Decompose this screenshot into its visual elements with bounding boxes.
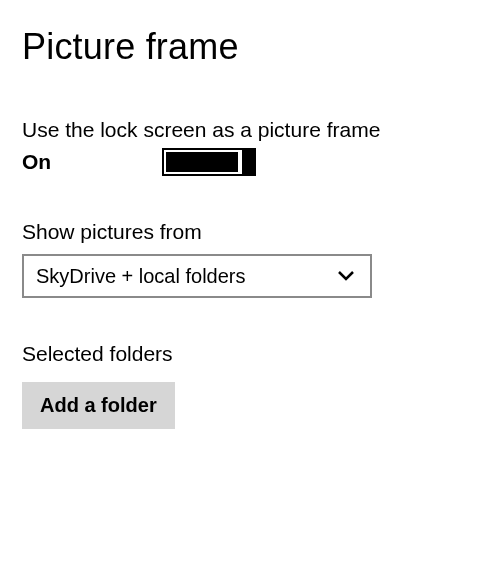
toggle-row: On (22, 148, 478, 176)
toggle-state-text: On (22, 150, 162, 174)
chevron-down-icon (338, 271, 354, 281)
toggle-fill (166, 152, 238, 172)
setting-lockscreen-frame-label: Use the lock screen as a picture frame (22, 118, 478, 142)
show-pictures-label: Show pictures from (22, 220, 478, 244)
selected-folders-label: Selected folders (22, 342, 478, 366)
setting-lockscreen-frame: Use the lock screen as a picture frame O… (22, 118, 478, 176)
page-title: Picture frame (22, 26, 478, 68)
setting-show-pictures: Show pictures from SkyDrive + local fold… (22, 220, 478, 298)
add-folder-button[interactable]: Add a folder (22, 382, 175, 429)
toggle-thumb (242, 148, 256, 176)
show-pictures-dropdown[interactable]: SkyDrive + local folders (22, 254, 372, 298)
setting-selected-folders: Selected folders Add a folder (22, 342, 478, 429)
dropdown-selected-value: SkyDrive + local folders (36, 265, 246, 288)
lockscreen-frame-toggle[interactable] (162, 148, 256, 176)
